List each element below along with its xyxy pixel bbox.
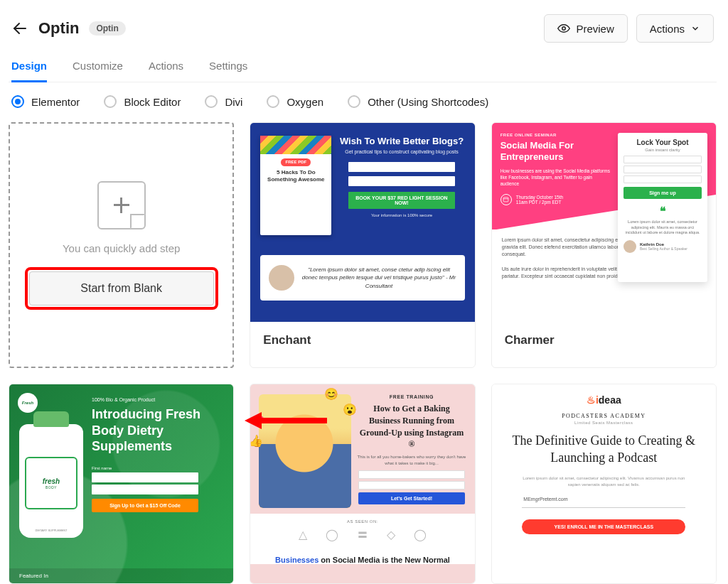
template-card-fresh[interactable]: Fresh freshBODY DIETARY SUPPLEMENT 100% … [9,384,234,584]
template-card-ideaa[interactable]: ♨ideaa PODCASTERS ACADEMY Limited Seats … [491,384,717,584]
quote-icon: ❝ [623,205,702,218]
template-thumbnail: FREE PDF 5 Hacks To Do Something Awesome… [250,123,474,322]
start-from-blank-button[interactable]: Start from Blank [29,271,214,305]
page-title: Optin [38,19,79,38]
avatar [269,265,294,291]
svg-rect-2 [503,198,508,202]
svg-point-1 [562,27,566,31]
tabs: Design Customize Actions Settings [9,55,717,82]
radio-icon [11,95,24,108]
back-icon[interactable] [11,20,28,37]
brand-logo: ♨ideaa [587,394,621,406]
radio-icon [104,95,117,108]
plus-icon [97,181,146,229]
lightbulb-icon: ♨ [587,394,596,406]
editor-option-other[interactable]: Other (Using Shortcodes) [348,95,488,108]
radio-icon [267,95,279,108]
preview-button[interactable]: Preview [544,14,627,43]
brand-logos: △◯〓◇◯ [250,528,474,543]
preview-label: Preview [576,23,614,35]
tab-customize[interactable]: Customize [73,55,123,82]
product-bottle: freshBODY DIETARY SUPPLEMENT [19,424,83,538]
template-title: Enchant [250,322,474,360]
editor-option-elementor[interactable]: Elementor [11,95,80,108]
editor-selector: Elementor Block Editor Divi Oxygen Other… [9,82,717,122]
page-header: Optin Optin Preview Actions [9,9,717,55]
editor-option-oxygen[interactable]: Oxygen [267,95,323,108]
editor-option-block-editor[interactable]: Block Editor [104,95,181,108]
header-right: Preview Actions [544,14,714,43]
template-thumbnail: 😊 😮 👍 ❤ FREE TRAINING How to Get a Bakin… [250,384,474,583]
tab-design[interactable]: Design [11,55,47,82]
template-grid: You can quickly add step Start from Blan… [9,122,717,584]
template-title: Charmer [492,322,716,360]
header-left: Optin Optin [11,19,126,38]
logo-badge: Fresh [18,393,38,413]
radio-icon [205,95,218,108]
blank-template-card: You can quickly add step Start from Blan… [9,122,234,368]
tab-actions[interactable]: Actions [149,55,183,82]
template-thumbnail: FREE ONLINE SEMINAR Social Media For Ent… [492,123,716,322]
avatar [623,240,636,253]
eye-icon [557,22,570,35]
editor-option-divi[interactable]: Divi [205,95,242,108]
tab-settings[interactable]: Settings [209,55,247,82]
template-card-enchant[interactable]: FREE PDF 5 Hacks To Do Something Awesome… [250,122,475,368]
step-type-badge: Optin [89,21,125,36]
template-card-charmer[interactable]: FREE ONLINE SEMINAR Social Media For Ent… [491,122,717,368]
actions-dropdown-button[interactable]: Actions [636,14,714,43]
actions-label: Actions [650,23,685,35]
radio-icon [348,95,360,108]
blank-hint-text: You can quickly add step [63,242,180,254]
template-card-baking[interactable]: 😊 😮 👍 ❤ FREE TRAINING How to Get a Bakin… [250,384,475,584]
template-thumbnail: Fresh freshBODY DIETARY SUPPLEMENT 100% … [9,384,233,583]
template-thumbnail: ♨ideaa PODCASTERS ACADEMY Limited Seats … [492,384,716,583]
annotation-highlight: Start from Blank [25,267,218,310]
chevron-down-icon [690,23,700,33]
hero-image [259,394,351,508]
calendar-icon [500,194,512,205]
